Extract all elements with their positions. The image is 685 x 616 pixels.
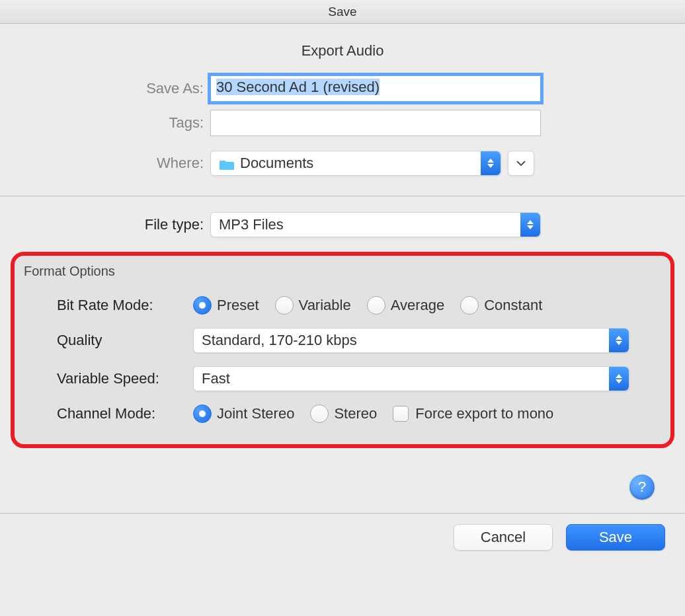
quality-select[interactable]: Standard, 170-210 kbps bbox=[193, 328, 629, 353]
save-as-value: 30 Second Ad 1 (revised) bbox=[216, 79, 380, 95]
save-form: Save As: 30 Second Ad 1 (revised) Tags: … bbox=[0, 71, 685, 196]
help-icon: ? bbox=[638, 479, 646, 496]
format-options-header: Format Options bbox=[21, 261, 664, 289]
force-mono-checkbox[interactable]: Force export to mono bbox=[393, 405, 553, 422]
bitrate-radio-variable[interactable]: Variable bbox=[275, 296, 351, 315]
format-options-panel: Format Options Bit Rate Mode: Preset Var… bbox=[11, 252, 674, 448]
tags-input[interactable] bbox=[210, 110, 541, 136]
updown-icon bbox=[609, 328, 629, 352]
bitrate-radio-preset[interactable]: Preset bbox=[193, 296, 259, 315]
bitrate-label: Bit Rate Mode: bbox=[21, 297, 193, 314]
channel-label: Channel Mode: bbox=[21, 405, 193, 422]
channel-radio-joint[interactable]: Joint Stereo bbox=[193, 404, 294, 423]
dialog-footer: Cancel Save bbox=[0, 513, 685, 561]
filetype-label: File type: bbox=[0, 216, 210, 233]
updown-icon bbox=[520, 213, 540, 237]
dialog-subheader: Export Audio bbox=[0, 24, 685, 71]
channel-radio-stereo[interactable]: Stereo bbox=[310, 404, 377, 423]
save-button[interactable]: Save bbox=[566, 524, 665, 551]
updown-icon bbox=[481, 151, 501, 175]
radio-icon bbox=[367, 296, 385, 315]
save-as-label: Save As: bbox=[0, 80, 210, 97]
window-titlebar: Save bbox=[0, 0, 685, 24]
bitrate-radio-average[interactable]: Average bbox=[367, 296, 445, 315]
where-value: Documents bbox=[240, 155, 313, 172]
radio-icon bbox=[275, 296, 294, 315]
where-select[interactable]: Documents bbox=[210, 151, 501, 176]
radio-icon bbox=[193, 404, 212, 423]
cancel-button[interactable]: Cancel bbox=[454, 524, 553, 551]
quality-value: Standard, 170-210 kbps bbox=[202, 332, 357, 349]
filetype-section: File type: MP3 Files bbox=[0, 196, 685, 252]
filetype-select[interactable]: MP3 Files bbox=[210, 212, 541, 237]
bitrate-radio-constant[interactable]: Constant bbox=[460, 296, 542, 315]
quality-label: Quality bbox=[21, 332, 193, 349]
varspeed-value: Fast bbox=[202, 370, 230, 387]
checkbox-icon bbox=[393, 406, 409, 422]
tags-label: Tags: bbox=[0, 114, 210, 132]
filetype-value: MP3 Files bbox=[219, 216, 284, 233]
help-button[interactable]: ? bbox=[629, 475, 655, 500]
varspeed-select[interactable]: Fast bbox=[193, 366, 629, 391]
window-title: Save bbox=[328, 5, 356, 19]
save-as-input[interactable]: 30 Second Ad 1 (revised) bbox=[210, 75, 541, 102]
chevron-down-icon bbox=[516, 161, 526, 166]
varspeed-label: Variable Speed: bbox=[21, 370, 193, 387]
folder-icon bbox=[219, 157, 235, 169]
radio-icon bbox=[193, 296, 212, 315]
radio-icon bbox=[460, 296, 479, 315]
radio-icon bbox=[310, 404, 329, 423]
where-label: Where: bbox=[0, 155, 210, 172]
expand-locations-button[interactable] bbox=[508, 151, 534, 176]
updown-icon bbox=[609, 367, 629, 391]
